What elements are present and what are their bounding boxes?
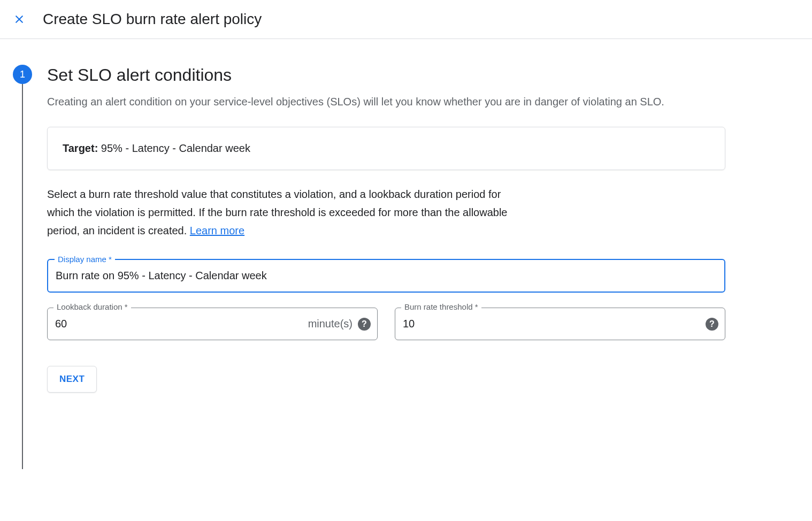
step-indicator: 1 [13,65,32,469]
burn-rate-threshold-label: Burn rate threshold * [401,302,481,311]
step-connector-line [22,84,23,469]
dialog-header: Create SLO burn rate alert policy [0,0,812,39]
target-card: Target: 95% - Latency - Calendar week [47,127,725,170]
instruction-text: Select a burn rate threshold value that … [47,185,528,240]
target-label: Target: [63,142,98,154]
lookback-duration-input[interactable] [48,308,308,340]
next-button[interactable]: NEXT [47,366,97,393]
lookback-duration-field[interactable]: Lookback duration * minute(s) ? [47,308,378,340]
help-icon[interactable]: ? [706,318,718,331]
lookback-duration-suffix: minute(s) [308,318,353,330]
instruction-body: Select a burn rate threshold value that … [47,188,507,236]
burn-rate-threshold-input[interactable] [395,308,706,340]
display-name-field[interactable]: Display name * [47,259,725,293]
target-value: 95% - Latency - Calendar week [98,142,250,154]
step-description: Creating an alert condition on your serv… [47,94,725,110]
burn-rate-threshold-field[interactable]: Burn rate threshold * ? [395,308,725,340]
close-button[interactable] [13,13,26,26]
help-icon[interactable]: ? [358,318,371,331]
step-title: Set SLO alert conditions [47,65,725,85]
lookback-duration-label: Lookback duration * [53,302,131,311]
step-number-badge: 1 [13,65,32,84]
display-name-label: Display name * [55,255,115,264]
display-name-input[interactable] [48,260,724,292]
close-icon [14,14,25,25]
dialog-title: Create SLO burn rate alert policy [43,11,262,28]
learn-more-link[interactable]: Learn more [190,225,244,236]
dialog-content: 1 Set SLO alert conditions Creating an a… [0,39,738,482]
